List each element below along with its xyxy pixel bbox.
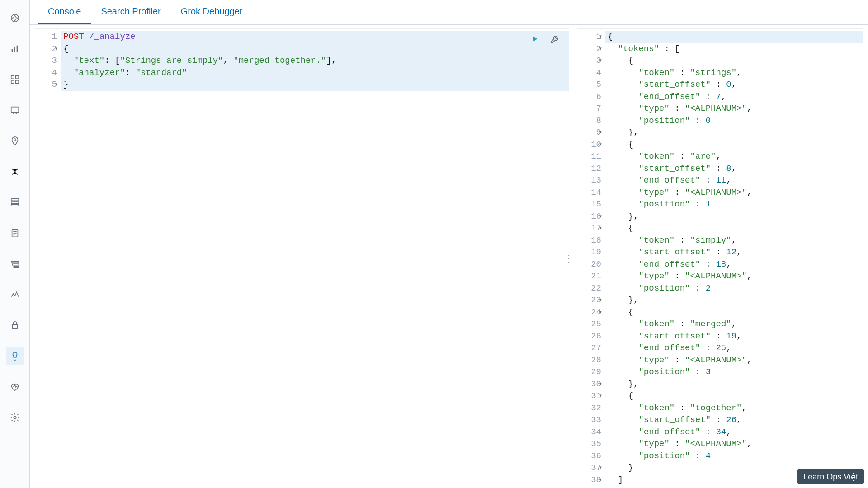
response-line: "token" : "simply", — [605, 235, 863, 247]
response-line: "end_offset" : 18, — [605, 258, 863, 271]
tab-grok-debugger[interactable]: Grok Debugger — [171, 0, 253, 24]
uptime-icon[interactable] — [6, 286, 24, 304]
tab-search-profiler[interactable]: Search Profiler — [91, 0, 170, 24]
dashboard-icon[interactable] — [6, 70, 24, 89]
svg-rect-20 — [12, 264, 19, 265]
ml-icon[interactable] — [6, 163, 24, 181]
request-gutter: 12▾345▾ — [35, 29, 61, 488]
response-line: "position" : 2 — [605, 282, 863, 295]
svg-rect-19 — [11, 262, 19, 263]
response-line: "type" : "<ALPHANUM>", — [605, 187, 863, 199]
pane-resize-handle[interactable]: ⋮ — [564, 253, 573, 264]
svg-rect-2 — [14, 47, 15, 52]
apm-icon[interactable] — [6, 255, 24, 273]
response-line: "position" : 0 — [605, 115, 863, 127]
response-line: { — [605, 139, 863, 151]
response-line: }, — [605, 378, 863, 390]
response-line: "end_offset" : 7, — [605, 91, 863, 103]
sidebar — [0, 0, 30, 488]
request-line[interactable]: POST /_analyze — [61, 31, 569, 43]
svg-point-23 — [14, 416, 16, 419]
response-line: "end_offset" : 11, — [605, 174, 863, 187]
svg-rect-5 — [15, 76, 18, 79]
logs-icon[interactable] — [6, 224, 24, 242]
response-line: "type" : "<ALPHANUM>", — [605, 103, 863, 115]
canvas-icon[interactable] — [6, 101, 24, 119]
request-pane: 12▾345▾ POST /_analyze{ "text": ["String… — [35, 28, 569, 488]
svg-point-9 — [14, 139, 16, 141]
svg-rect-16 — [11, 202, 19, 204]
svg-rect-8 — [11, 107, 19, 113]
request-line[interactable]: } — [61, 79, 569, 91]
response-line: "end_offset" : 25, — [605, 342, 863, 354]
response-line: "start_offset" : 26, — [605, 414, 863, 426]
response-line: "type" : "<ALPHANUM>", — [605, 354, 863, 366]
response-line: "end_offset" : 34, — [605, 426, 863, 438]
maps-icon[interactable] — [6, 132, 24, 150]
response-line: "start_offset" : 8, — [605, 163, 863, 175]
response-line: "position" : 3 — [605, 366, 863, 378]
request-line[interactable]: "analyzer": "standard" — [61, 67, 569, 79]
svg-rect-15 — [11, 199, 19, 201]
svg-rect-22 — [12, 324, 17, 328]
response-line: "token" : "merged", — [605, 318, 863, 330]
response-line: { — [605, 222, 863, 235]
svg-rect-3 — [16, 46, 18, 52]
request-line[interactable]: { — [61, 43, 569, 55]
response-line: "start_offset" : 19, — [605, 330, 863, 343]
response-line: "position" : 1 — [605, 198, 863, 211]
devtools-icon[interactable] — [6, 347, 24, 365]
request-line[interactable]: "text": ["Strings are simply", "merged t… — [61, 55, 569, 67]
wrench-button[interactable] — [549, 33, 561, 45]
svg-rect-17 — [11, 205, 19, 206]
response-line: { — [605, 31, 863, 43]
visualize-icon[interactable] — [6, 40, 24, 58]
response-line: "start_offset" : 12, — [605, 246, 863, 258]
response-line: "position" : 4 — [605, 450, 863, 462]
svg-rect-4 — [11, 76, 14, 79]
response-line: }, — [605, 211, 863, 223]
svg-rect-6 — [11, 80, 14, 83]
response-line: "token" : "are", — [605, 150, 863, 163]
response-line: "token" : "strings", — [605, 67, 863, 79]
monitoring-icon[interactable] — [6, 378, 24, 396]
response-gutter: 1▾2▾3▾456789▾10▾111213141516▾17▾18192021… — [577, 29, 605, 488]
response-line: }, — [605, 294, 863, 306]
infrastructure-icon[interactable] — [6, 193, 24, 211]
response-line: { — [605, 390, 863, 402]
security-icon[interactable] — [6, 316, 24, 334]
send-request-button[interactable] — [528, 33, 541, 45]
response-line: "tokens" : [ — [605, 43, 863, 55]
response-line: "start_offset" : 0, — [605, 79, 863, 91]
response-viewer[interactable]: { "tokens" : [ { "token" : "strings", "s… — [605, 29, 863, 488]
response-line: "type" : "<ALPHANUM>", — [605, 438, 863, 450]
management-icon[interactable] — [6, 408, 24, 427]
tab-console[interactable]: Console — [38, 0, 91, 24]
request-editor[interactable]: POST /_analyze{ "text": ["Strings are si… — [61, 29, 569, 488]
response-pane: 1▾2▾3▾456789▾10▾111213141516▾17▾18192021… — [577, 28, 863, 488]
svg-rect-7 — [15, 80, 18, 83]
response-line: { — [605, 55, 863, 67]
tabs: ConsoleSearch ProfilerGrok Debugger — [30, 0, 868, 25]
svg-rect-1 — [11, 49, 13, 52]
response-line: }, — [605, 127, 863, 139]
response-line: "type" : "<ALPHANUM>", — [605, 270, 863, 282]
response-line: "token" : "together", — [605, 402, 863, 414]
watermark-badge: Learn Ops Việt — [797, 469, 864, 484]
discover-icon[interactable] — [6, 9, 24, 27]
response-line: { — [605, 306, 863, 319]
svg-rect-21 — [14, 267, 19, 268]
